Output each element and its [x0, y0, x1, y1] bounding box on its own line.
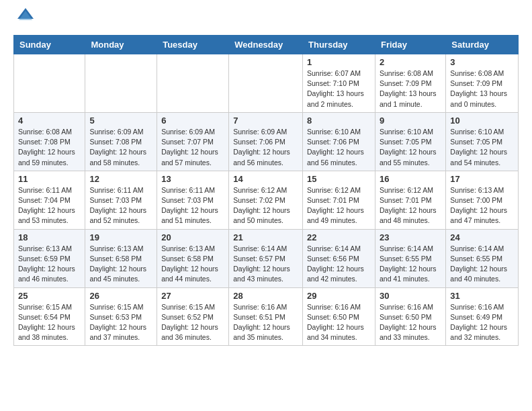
calendar-cell: 16Sunrise: 6:12 AM Sunset: 7:01 PM Dayli…: [375, 171, 445, 229]
day-number: 28: [233, 291, 298, 301]
header-day-thursday: Thursday: [303, 36, 375, 54]
calendar-week-2: 4Sunrise: 6:08 AM Sunset: 7:08 PM Daylig…: [14, 112, 519, 171]
day-number: 20: [161, 232, 224, 242]
calendar-table: SundayMondayTuesdayWednesdayThursdayFrid…: [13, 35, 519, 346]
day-info: Sunrise: 6:16 AM Sunset: 6:49 PM Dayligh…: [450, 302, 514, 343]
calendar-cell: 15Sunrise: 6:12 AM Sunset: 7:01 PM Dayli…: [303, 171, 375, 229]
day-info: Sunrise: 6:09 AM Sunset: 7:07 PM Dayligh…: [161, 127, 224, 168]
calendar-cell: 12Sunrise: 6:11 AM Sunset: 7:03 PM Dayli…: [85, 171, 157, 229]
day-number: 9: [380, 116, 441, 126]
calendar-week-1: 1Sunrise: 6:07 AM Sunset: 7:10 PM Daylig…: [14, 54, 519, 113]
day-info: Sunrise: 6:08 AM Sunset: 7:09 PM Dayligh…: [450, 68, 514, 109]
calendar-cell: 28Sunrise: 6:16 AM Sunset: 6:51 PM Dayli…: [229, 287, 303, 346]
day-info: Sunrise: 6:15 AM Sunset: 6:53 PM Dayligh…: [89, 302, 152, 343]
day-info: Sunrise: 6:14 AM Sunset: 6:56 PM Dayligh…: [307, 244, 371, 285]
day-info: Sunrise: 6:11 AM Sunset: 7:03 PM Dayligh…: [89, 185, 152, 226]
day-info: Sunrise: 6:14 AM Sunset: 6:55 PM Dayligh…: [380, 244, 441, 285]
calendar-cell: 19Sunrise: 6:13 AM Sunset: 6:58 PM Dayli…: [85, 229, 157, 287]
calendar-cell: 11Sunrise: 6:11 AM Sunset: 7:04 PM Dayli…: [14, 171, 85, 229]
day-info: Sunrise: 6:09 AM Sunset: 7:08 PM Dayligh…: [89, 127, 152, 168]
day-number: 4: [18, 116, 81, 126]
day-number: 12: [89, 174, 152, 184]
day-number: 1: [307, 57, 371, 67]
day-number: 31: [450, 291, 514, 301]
day-number: 13: [161, 174, 224, 184]
header-day-sunday: Sunday: [14, 36, 85, 54]
day-info: Sunrise: 6:10 AM Sunset: 7:06 PM Dayligh…: [307, 127, 371, 168]
day-info: Sunrise: 6:15 AM Sunset: 6:52 PM Dayligh…: [161, 302, 224, 343]
day-number: 23: [380, 232, 441, 242]
calendar-cell: 2Sunrise: 6:08 AM Sunset: 7:09 PM Daylig…: [375, 54, 445, 113]
header-day-tuesday: Tuesday: [157, 36, 229, 54]
day-number: 27: [161, 291, 224, 301]
day-info: Sunrise: 6:09 AM Sunset: 7:06 PM Dayligh…: [233, 127, 298, 168]
calendar-week-3: 11Sunrise: 6:11 AM Sunset: 7:04 PM Dayli…: [14, 171, 519, 229]
calendar-cell: 6Sunrise: 6:09 AM Sunset: 7:07 PM Daylig…: [157, 112, 229, 171]
day-number: 30: [380, 291, 441, 301]
calendar-cell: 17Sunrise: 6:13 AM Sunset: 7:00 PM Dayli…: [446, 171, 519, 229]
calendar-cell: 30Sunrise: 6:16 AM Sunset: 6:50 PM Dayli…: [375, 287, 445, 346]
day-number: 22: [307, 232, 371, 242]
header-day-wednesday: Wednesday: [229, 36, 303, 54]
calendar-cell: 20Sunrise: 6:13 AM Sunset: 6:58 PM Dayli…: [157, 229, 229, 287]
calendar-cell: 9Sunrise: 6:10 AM Sunset: 7:05 PM Daylig…: [375, 112, 445, 171]
day-number: 5: [89, 116, 152, 126]
calendar-cell: 31Sunrise: 6:16 AM Sunset: 6:49 PM Dayli…: [446, 287, 519, 346]
day-info: Sunrise: 6:13 AM Sunset: 6:58 PM Dayligh…: [161, 244, 224, 285]
day-number: 24: [450, 232, 514, 242]
day-info: Sunrise: 6:13 AM Sunset: 7:00 PM Dayligh…: [450, 185, 514, 226]
page-header: [13, 11, 519, 27]
calendar-cell: 25Sunrise: 6:15 AM Sunset: 6:54 PM Dayli…: [14, 287, 85, 346]
day-number: 16: [380, 174, 441, 184]
day-number: 18: [18, 232, 81, 242]
day-number: 3: [450, 57, 514, 67]
calendar-cell: 14Sunrise: 6:12 AM Sunset: 7:02 PM Dayli…: [229, 171, 303, 229]
calendar-cell: 8Sunrise: 6:10 AM Sunset: 7:06 PM Daylig…: [303, 112, 375, 171]
day-number: 25: [18, 291, 81, 301]
calendar-cell: 7Sunrise: 6:09 AM Sunset: 7:06 PM Daylig…: [229, 112, 303, 171]
day-number: 2: [380, 57, 441, 67]
calendar-cell: 22Sunrise: 6:14 AM Sunset: 6:56 PM Dayli…: [303, 229, 375, 287]
calendar-cell: 29Sunrise: 6:16 AM Sunset: 6:50 PM Dayli…: [303, 287, 375, 346]
calendar-cell: 13Sunrise: 6:11 AM Sunset: 7:03 PM Dayli…: [157, 171, 229, 229]
day-number: 11: [18, 174, 81, 184]
day-number: 7: [233, 116, 298, 126]
day-info: Sunrise: 6:12 AM Sunset: 7:02 PM Dayligh…: [233, 185, 298, 226]
day-info: Sunrise: 6:12 AM Sunset: 7:01 PM Dayligh…: [307, 185, 371, 226]
day-info: Sunrise: 6:10 AM Sunset: 7:05 PM Dayligh…: [450, 127, 514, 168]
logo-icon: [16, 5, 35, 27]
calendar-cell: [157, 54, 229, 113]
day-info: Sunrise: 6:13 AM Sunset: 6:59 PM Dayligh…: [18, 244, 81, 285]
calendar-cell: 18Sunrise: 6:13 AM Sunset: 6:59 PM Dayli…: [14, 229, 85, 287]
day-number: 29: [307, 291, 371, 301]
day-number: 10: [450, 116, 514, 126]
header-day-saturday: Saturday: [446, 36, 519, 54]
day-info: Sunrise: 6:14 AM Sunset: 6:57 PM Dayligh…: [233, 244, 298, 285]
day-number: 17: [450, 174, 514, 184]
day-info: Sunrise: 6:16 AM Sunset: 6:50 PM Dayligh…: [380, 302, 441, 343]
day-info: Sunrise: 6:15 AM Sunset: 6:54 PM Dayligh…: [18, 302, 81, 343]
day-number: 21: [233, 232, 298, 242]
day-info: Sunrise: 6:11 AM Sunset: 7:04 PM Dayligh…: [18, 185, 81, 226]
day-number: 26: [89, 291, 152, 301]
day-info: Sunrise: 6:16 AM Sunset: 6:51 PM Dayligh…: [233, 302, 298, 343]
day-number: 19: [89, 232, 152, 242]
calendar-cell: [85, 54, 157, 113]
calendar-cell: 10Sunrise: 6:10 AM Sunset: 7:05 PM Dayli…: [446, 112, 519, 171]
day-info: Sunrise: 6:10 AM Sunset: 7:05 PM Dayligh…: [380, 127, 441, 168]
calendar-cell: 26Sunrise: 6:15 AM Sunset: 6:53 PM Dayli…: [85, 287, 157, 346]
day-number: 14: [233, 174, 298, 184]
calendar-header-row: SundayMondayTuesdayWednesdayThursdayFrid…: [14, 36, 519, 54]
page-container: SundayMondayTuesdayWednesdayThursdayFrid…: [0, 0, 532, 357]
calendar-week-5: 25Sunrise: 6:15 AM Sunset: 6:54 PM Dayli…: [14, 287, 519, 346]
calendar-week-4: 18Sunrise: 6:13 AM Sunset: 6:59 PM Dayli…: [14, 229, 519, 287]
logo: [13, 11, 35, 27]
day-number: 8: [307, 116, 371, 126]
calendar-cell: 24Sunrise: 6:14 AM Sunset: 6:55 PM Dayli…: [446, 229, 519, 287]
day-info: Sunrise: 6:08 AM Sunset: 7:08 PM Dayligh…: [18, 127, 81, 168]
day-info: Sunrise: 6:11 AM Sunset: 7:03 PM Dayligh…: [161, 185, 224, 226]
day-info: Sunrise: 6:12 AM Sunset: 7:01 PM Dayligh…: [380, 185, 441, 226]
header-day-friday: Friday: [375, 36, 445, 54]
calendar-cell: 5Sunrise: 6:09 AM Sunset: 7:08 PM Daylig…: [85, 112, 157, 171]
day-info: Sunrise: 6:08 AM Sunset: 7:09 PM Dayligh…: [380, 68, 441, 109]
